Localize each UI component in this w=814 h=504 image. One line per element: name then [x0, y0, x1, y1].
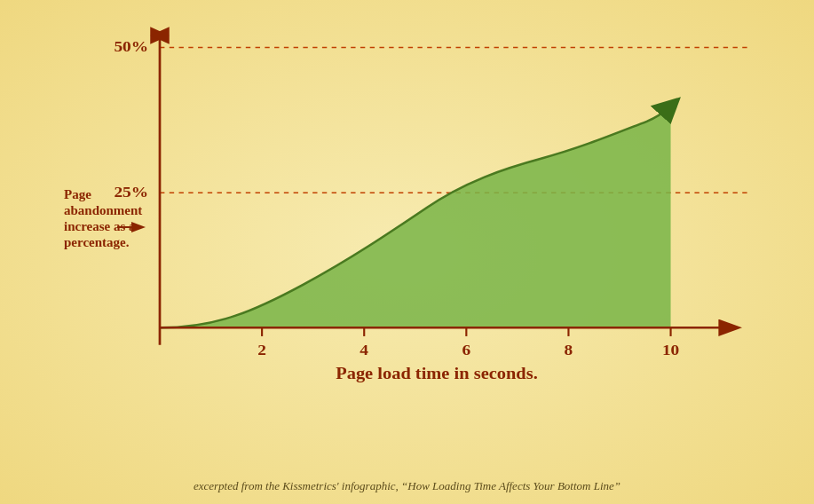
svg-text:6: 6 [462, 342, 470, 358]
chart-svg: 2 4 6 8 10 50% 25% Page load time in sec… [160, 35, 752, 362]
svg-text:Page: Page [64, 187, 91, 201]
svg-text:2: 2 [257, 342, 266, 358]
svg-text:8: 8 [565, 342, 573, 358]
chart-container: Page abandonment increase as a percentag… [53, 18, 778, 424]
svg-text:abandonment: abandonment [64, 203, 142, 217]
svg-text:Page load time in seconds.: Page load time in seconds. [336, 365, 538, 382]
svg-text:25%: 25% [114, 184, 148, 201]
svg-text:10: 10 [662, 342, 679, 358]
caption: excerpted from the Kissmetrics' infograp… [0, 479, 814, 493]
chart-inner: Page abandonment increase as a percentag… [160, 35, 752, 362]
svg-text:4: 4 [360, 342, 368, 358]
svg-text:percentage.: percentage. [64, 235, 130, 249]
svg-text:50%: 50% [114, 38, 148, 55]
